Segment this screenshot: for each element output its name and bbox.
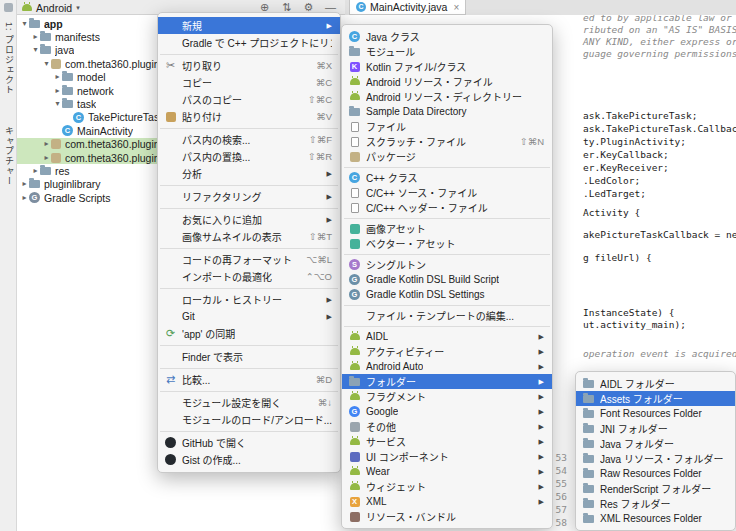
context-menu-item-open-github[interactable]: GitHub で開く: [158, 434, 340, 451]
menu-item-shortcut: ⌃⌥O: [292, 271, 332, 282]
context-menu-item-copy[interactable]: コピー⌘C: [158, 74, 340, 91]
new-menu-item-module[interactable]: モジュール: [342, 44, 552, 59]
context-menu-item-new[interactable]: 新規▶: [158, 17, 340, 34]
new-menu-item-kotlin-file[interactable]: KKotlin ファイル/クラス: [342, 59, 552, 74]
tool-strip-icon: [4, 3, 13, 12]
context-menu-item-cut[interactable]: ✂切り取り⌘X: [158, 57, 340, 74]
folder-icon: [583, 500, 594, 508]
context-menu-item-find-in-path[interactable]: パス内の検索...⇧⌘F: [158, 131, 340, 148]
tool-window-button-1[interactable]: キャプチャー: [3, 126, 16, 186]
new-menu-item-aidl[interactable]: AIDL▶: [342, 329, 552, 344]
new-menu-item-wear[interactable]: Wear▶: [342, 464, 552, 479]
new-menu-item-android-resource-file[interactable]: Android リソース・ファイル: [342, 74, 552, 89]
gradle-file-icon: G: [349, 274, 360, 285]
scissors-icon: ✂: [166, 60, 175, 71]
menu-item-label: Gist の作成...: [182, 452, 241, 467]
new-menu-item-file[interactable]: ファイル: [342, 119, 552, 134]
new-menu-item-other[interactable]: その他▶: [342, 419, 552, 434]
new-menu-item-sample-data-dir[interactable]: Sample Data Directory: [342, 104, 552, 119]
menu-item-icon-slot: ⟳: [164, 327, 177, 340]
menu-item-label: Finder で表示: [182, 349, 243, 364]
context-menu-item-analyze[interactable]: 分析▶: [158, 165, 340, 182]
new-menu-item-gradle-kts-build[interactable]: GGradle Kotlin DSL Build Script: [342, 272, 552, 287]
new-menu-separator: [344, 218, 550, 219]
close-icon[interactable]: ×: [453, 2, 459, 13]
submenu-arrow-icon: ▶: [529, 483, 544, 491]
menu-item-label: モジュールのロード/アンロード...: [182, 412, 332, 427]
context-menu-item-create-gist[interactable]: Gist の作成...: [158, 451, 340, 468]
menu-item-label: モジュール: [366, 44, 415, 59]
context-menu-item-copy-path[interactable]: パスのコピー⇧⌘C: [158, 91, 340, 108]
context-menu-item-show-thumbnails[interactable]: 画像サムネイルの表示⇧⌘T: [158, 228, 340, 245]
new-menu-item-vector-asset[interactable]: ベクター・アセット: [342, 236, 552, 251]
folder-menu-item-xml-resources-folder[interactable]: XML Resources Folder: [576, 511, 735, 526]
context-menu-item-reveal-finder[interactable]: Finder で表示: [158, 348, 340, 365]
folder-menu-item-java-resources-folder[interactable]: Java リソース・フォルダー: [576, 451, 735, 466]
new-menu-item-android-auto[interactable]: Android Auto▶: [342, 359, 552, 374]
context-menu-item-refactor[interactable]: リファクタリング▶: [158, 188, 340, 205]
menu-item-label: 分析: [182, 166, 202, 181]
code-fragment: ty.PluginActivity;: [583, 136, 686, 147]
new-menu-item-cpp-source[interactable]: C/C++ ソース・ファイル: [342, 185, 552, 200]
menu-item-icon-slot: [582, 512, 595, 525]
new-menu-item-xml[interactable]: XXML▶: [342, 494, 552, 509]
menu-item-icon-slot: [348, 45, 361, 58]
context-menu-item-optimize-imports[interactable]: インポートの最適化⌃⌥O: [158, 268, 340, 285]
menu-item-label: Sample Data Directory: [366, 106, 467, 117]
menu-item-label: インポートの最適化: [182, 269, 272, 284]
new-menu-item-android-resource-dir[interactable]: Android リソース・ディレクトリー: [342, 89, 552, 104]
new-menu-item-edit-file-templates[interactable]: ファイル・テンプレートの編集...: [342, 308, 552, 323]
new-menu-item-fragment[interactable]: フラグメント▶: [342, 389, 552, 404]
tool-window-button-0[interactable]: 1: プロジェクト: [3, 22, 16, 95]
context-menu-item-local-history[interactable]: ローカル・ヒストリー▶: [158, 291, 340, 308]
context-menu-separator: [160, 208, 338, 209]
menu-item-icon-slot: [348, 135, 361, 148]
folder-menu-item-jni-folder[interactable]: JNI フォルダー: [576, 421, 735, 436]
context-menu-item-load-unload[interactable]: モジュールのロード/アンロード...: [158, 411, 340, 428]
menu-item-label: Font Resources Folder: [600, 408, 702, 419]
new-menu-item-gradle-kts-settings[interactable]: GGradle Kotlin DSL Settings: [342, 287, 552, 302]
new-menu-item-cpp-class[interactable]: CC++ クラス: [342, 170, 552, 185]
menu-item-label: AIDL フォルダー: [600, 376, 675, 391]
tab-mainactivity[interactable]: C MainActivity.java ×: [349, 0, 466, 15]
new-menu-item-google[interactable]: GGoogle▶: [342, 404, 552, 419]
menu-item-icon-slot: [164, 253, 177, 266]
folder-menu-item-raw-resources-folder[interactable]: Raw Resources Folder: [576, 466, 735, 481]
new-menu-item-singleton[interactable]: Sシングルトン: [342, 257, 552, 272]
context-menu-separator: [160, 391, 338, 392]
new-menu-item-image-asset[interactable]: 画像アセット: [342, 221, 552, 236]
new-menu-item-resource-bundle[interactable]: リソース・バンドル: [342, 509, 552, 524]
context-menu-item-add-favorites[interactable]: お気に入りに追加▶: [158, 211, 340, 228]
new-menu-item-activity[interactable]: アクティビティー▶: [342, 344, 552, 359]
context-menu-item-paste[interactable]: 貼り付け⌘V: [158, 108, 340, 125]
new-menu-item-java-class[interactable]: CJava クラス: [342, 29, 552, 44]
menu-item-label: Kotlin ファイル/クラス: [366, 59, 466, 74]
new-menu-item-package[interactable]: パッケージ: [342, 149, 552, 164]
folder-menu-item-assets-folder[interactable]: Assets フォルダー: [576, 391, 735, 406]
android-icon: [350, 483, 360, 490]
folder-menu-item-renderscript-folder[interactable]: RenderScript フォルダー: [576, 481, 735, 496]
folder-menu-item-font-resources-folder[interactable]: Font Resources Folder: [576, 406, 735, 421]
context-menu-item-compare[interactable]: ⇄比較...⌘D: [158, 371, 340, 388]
context-menu-separator: [160, 288, 338, 289]
context-menu-item-link-cpp[interactable]: Gradle で C++ プロジェクトにリンクする: [158, 34, 340, 51]
folder-menu-item-res-folder[interactable]: Res フォルダー: [576, 496, 735, 511]
folder-menu-item-aidl-folder[interactable]: AIDL フォルダー: [576, 376, 735, 391]
menu-item-label: パッケージ: [366, 149, 416, 164]
new-menu-item-widget[interactable]: ウィジェット▶: [342, 479, 552, 494]
context-menu-item-reformat[interactable]: コードの再フォーマット⌥⌘L: [158, 251, 340, 268]
android-icon: [350, 333, 360, 340]
context-menu-item-git[interactable]: Git▶: [158, 308, 340, 325]
new-menu-item-ui-component[interactable]: UI コンポーネント▶: [342, 449, 552, 464]
new-menu-item-service[interactable]: サービス▶: [342, 434, 552, 449]
folder-menu-item-java-folder[interactable]: Java フォルダー: [576, 436, 735, 451]
context-menu-item-module-settings[interactable]: モジュール設定を開く⌘↓: [158, 394, 340, 411]
new-menu-item-scratch-file[interactable]: スクラッチ・ファイル⇧⌘N: [342, 134, 552, 149]
new-menu-item-cpp-header[interactable]: C/C++ ヘッダー・ファイル: [342, 200, 552, 215]
context-menu-item-sync-app[interactable]: ⟳'app' の同期: [158, 325, 340, 342]
context-menu-item-replace-in-path[interactable]: パス内の置換...⇧⌘R: [158, 148, 340, 165]
context-menu-separator: [160, 185, 338, 186]
new-menu-item-folder[interactable]: フォルダー▶: [342, 374, 552, 389]
menu-item-icon-slot: [348, 360, 361, 373]
menu-item-label: Java リソース・フォルダー: [600, 451, 723, 466]
